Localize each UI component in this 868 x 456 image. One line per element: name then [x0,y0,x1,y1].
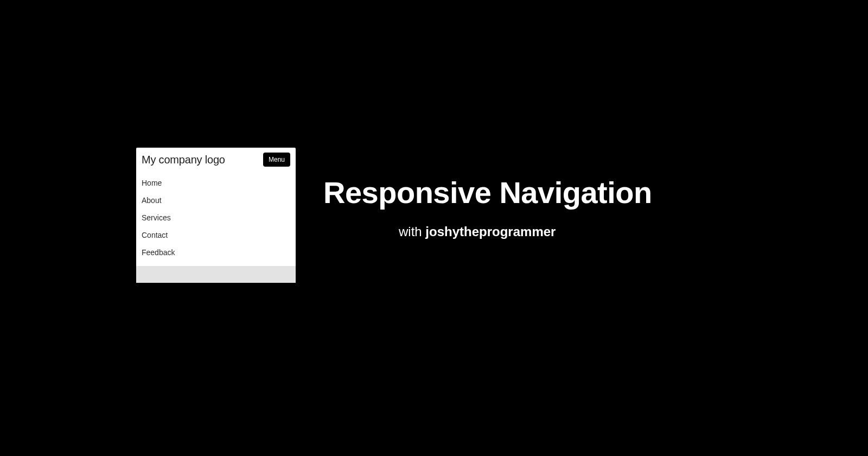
company-logo-text: My company logo [142,154,225,166]
nav-header: My company logo Menu [136,148,296,169]
nav-item-feedback[interactable]: Feedback [142,244,290,261]
nav-preview-card: My company logo Menu Home About Services… [136,148,296,283]
subline: with joshytheprogrammer [0,224,868,239]
menu-button[interactable]: Menu [263,153,290,167]
nav-list: Home About Services Contact Feedback [136,169,296,264]
headline-text: Responsive Navigation [323,175,652,210]
nav-item-home[interactable]: Home [142,174,290,192]
subline-author: joshytheprogrammer [425,224,556,239]
subline-prefix: with [399,224,425,239]
nav-item-about[interactable]: About [142,192,290,209]
card-footer [136,266,296,283]
